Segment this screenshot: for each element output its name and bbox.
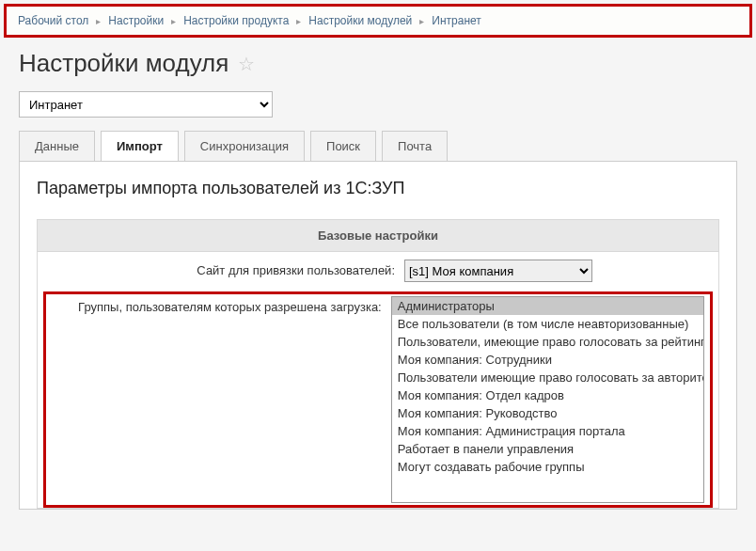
list-item[interactable]: Моя компания: Администрация портала [392, 422, 703, 440]
list-item[interactable]: Администраторы [392, 297, 703, 315]
page-title: Настройки модуля [19, 49, 228, 78]
chevron-right-icon: ▸ [419, 16, 424, 26]
site-control: [s1] Моя компания [404, 260, 592, 282]
list-item[interactable]: Пользователи, имеющие право голосовать з… [392, 333, 703, 351]
breadcrumb-settings[interactable]: Настройки [108, 14, 164, 27]
chevron-right-icon: ▸ [296, 16, 301, 26]
list-item[interactable]: Все пользователи (в том числе неавторизо… [392, 315, 703, 333]
tab-mail[interactable]: Почта [382, 131, 448, 161]
breadcrumb-module-settings[interactable]: Настройки модулей [308, 14, 412, 27]
list-item[interactable]: Моя компания: Отдел кадров [392, 386, 703, 404]
tab-search[interactable]: Поиск [310, 131, 376, 161]
tab-data[interactable]: Данные [19, 131, 95, 161]
groups-label: Группы, пользователям которых разрешена … [46, 296, 391, 314]
tabs: Данные Импорт Синхронизация Поиск Почта [19, 131, 737, 161]
breadcrumb-intranet[interactable]: Интранет [432, 14, 481, 27]
chevron-right-icon: ▸ [171, 16, 176, 26]
breadcrumb-product-settings[interactable]: Настройки продукта [183, 14, 289, 27]
list-item[interactable]: Могут создавать рабочие группы [392, 458, 703, 476]
site-select[interactable]: [s1] Моя компания [404, 260, 592, 282]
breadcrumb-highlight: Рабочий стол ▸ Настройки ▸ Настройки про… [4, 4, 752, 38]
import-heading: Параметры импорта пользователей из 1С:ЗУ… [37, 179, 719, 198]
site-label: Сайт для привязки пользователей: [47, 260, 404, 277]
module-select-wrap: Интранет [19, 91, 737, 118]
chevron-right-icon: ▸ [96, 16, 101, 26]
site-row: Сайт для привязки пользователей: [s1] Мо… [38, 252, 718, 290]
tab-sync[interactable]: Синхронизация [184, 131, 305, 161]
basic-settings-panel: Базовые настройки Сайт для привязки поль… [37, 219, 719, 509]
list-item[interactable]: Работает в панели управления [392, 440, 703, 458]
list-item[interactable]: Моя компания: Руководство [392, 404, 703, 422]
title-row: Настройки модуля ☆ [19, 49, 737, 78]
tab-import[interactable]: Импорт [101, 131, 179, 161]
breadcrumb-desktop[interactable]: Рабочий стол [18, 14, 88, 27]
module-select[interactable]: Интранет [19, 91, 273, 118]
list-item[interactable]: Пользователи имеющие право голосовать за… [392, 369, 703, 386]
panel-import: Параметры импорта пользователей из 1С:ЗУ… [19, 161, 737, 510]
basic-settings-header: Базовые настройки [38, 220, 718, 252]
groups-row-highlight: Группы, пользователям которых разрешена … [43, 291, 713, 508]
groups-listbox[interactable]: Администраторы Все пользователи (в том ч… [391, 296, 704, 503]
favorite-star-icon[interactable]: ☆ [238, 53, 255, 75]
breadcrumb: Рабочий стол ▸ Настройки ▸ Настройки про… [18, 14, 738, 27]
list-item[interactable]: Моя компания: Сотрудники [392, 351, 703, 369]
